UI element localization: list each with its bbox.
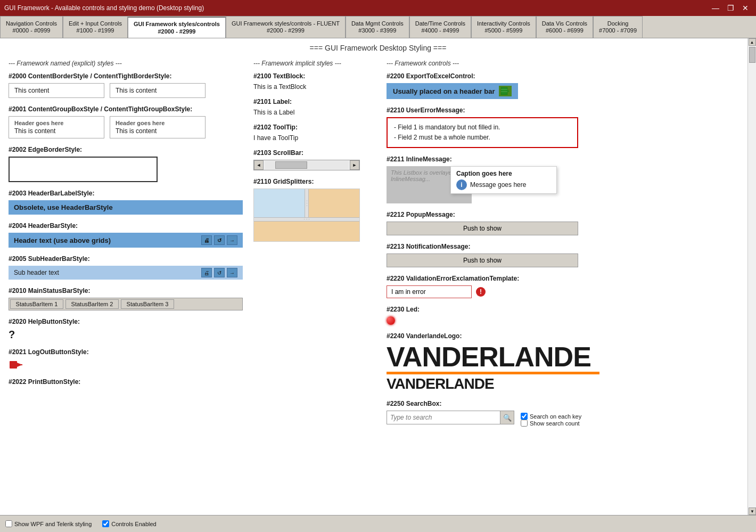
inline-message-container: This Listbox is overlayed by InlineMessa… [387, 166, 599, 203]
error-message-box: - Field 1 is mandatory but not filled in… [387, 117, 578, 148]
tab-gui-styles[interactable]: GUI Framework styles/controls #2000 - #2… [128, 17, 226, 38]
scrollbar-right-btn[interactable]: ► [350, 160, 359, 170]
inline-message-body: i Message goes here [456, 179, 551, 190]
section-2004: #2004 HeaderBarStyle: Header text (use a… [9, 222, 243, 248]
scrollbar-thumb[interactable] [275, 161, 307, 169]
tab-interactivity[interactable]: Interactivity Controls #5000 - #5999 [471, 16, 536, 38]
item-2211-title: #2211 InlineMessage: [387, 155, 747, 163]
tab-gui-fluent[interactable]: GUI Framework styles/controls - FLUENT #… [226, 16, 346, 38]
status-bar-item-1: StatusBarItem 1 [10, 299, 63, 309]
grid-splitters-demo: · · · · · · [253, 189, 360, 242]
tab-navigation-controls[interactable]: Navigation Controls #0000 - #0999 [0, 16, 63, 38]
item-2250-title: #2250 SearchBox: [387, 400, 747, 407]
group-boxes-row-2001: Header goes here This is content Header … [9, 116, 243, 138]
grid-cell-top-right [309, 189, 359, 217]
item-2020-title: #2020 HelpButtonStyle: [9, 318, 243, 325]
title-bar-controls: — ❐ ✕ [709, 3, 752, 13]
item-2010-title: #2010 MainStatusBarStyle: [9, 287, 243, 294]
horizontal-splitter[interactable]: · · · [254, 217, 359, 222]
content-box-2: This is content [110, 83, 206, 98]
section-2102: #2102 ToolTip: I have a ToolTip [253, 124, 376, 142]
sub-arrow-icon[interactable]: → [227, 268, 237, 277]
grid-bottom-row [254, 222, 359, 241]
export-to-excel-button[interactable]: Usually placed on a header bar [387, 83, 518, 99]
show-wpf-checkbox-label[interactable]: Show WPF and Telerik styling [5, 520, 92, 527]
show-search-count-option[interactable]: Show search count [521, 420, 581, 427]
item-2004-title: #2004 HeaderBarStyle: [9, 222, 243, 230]
error-line-2: - Field 2 must be a whole number. [394, 133, 571, 143]
notification-message-button[interactable]: Push to show [387, 253, 578, 267]
section-2021: #2021 LogOutButtonStyle: [9, 348, 243, 371]
sub-refresh-icon[interactable]: ↺ [214, 268, 225, 277]
controls-enabled-checkbox[interactable] [102, 520, 109, 527]
tab-data-mgmt[interactable]: Data Mgmt Controls #3000 - #3999 [346, 16, 409, 38]
tab-docking[interactable]: Docking #7000 - #7099 [593, 16, 643, 38]
search-on-each-key-option[interactable]: Search on each key [521, 413, 581, 420]
section-2100: #2100 TextBlock: This is a TextBlock [253, 72, 376, 91]
arrow-icon[interactable]: → [227, 235, 237, 245]
window-scrollbar[interactable]: ▲ ▼ [747, 38, 756, 515]
minimize-button[interactable]: — [709, 3, 722, 13]
print-icon[interactable]: 🖨 [201, 235, 212, 245]
show-wpf-checkbox[interactable] [5, 520, 12, 527]
controls-enabled-checkbox-label[interactable]: Controls Enabled [102, 520, 156, 527]
led-indicator [387, 316, 395, 325]
svg-rect-0 [10, 361, 17, 369]
tab-datetime[interactable]: Date/Time Controls #4000 - #4999 [409, 16, 471, 38]
refresh-icon[interactable]: ↺ [214, 235, 225, 245]
section-2110: #2110 GridSplitters: · · · · · · [253, 178, 376, 242]
scrollbar-up-btn[interactable]: ▲ [749, 38, 756, 46]
section-2213: #2213 NotificationMessage: Push to show [387, 243, 747, 267]
sub-header-bar-icons: 🖨 ↺ → [201, 268, 237, 277]
search-input[interactable] [387, 413, 500, 422]
popup-message-button[interactable]: Push to show [387, 222, 578, 235]
scrollbar-vertical-thumb[interactable] [749, 47, 755, 63]
show-search-count-checkbox[interactable] [521, 420, 528, 427]
item-2210-title: #2210 UserErrorMessage: [387, 107, 747, 114]
logout-button[interactable] [9, 359, 243, 371]
close-button[interactable]: ✕ [739, 3, 752, 13]
bottom-bar: Show WPF and Telerik styling Controls En… [0, 515, 756, 532]
col-left: --- Framework named (explicit) styles --… [9, 60, 243, 510]
group-box-1-content: This is content [14, 127, 98, 135]
search-box-row: 🔍 Search on each key Show search count [387, 411, 747, 427]
search-options: Search on each key Show search count [521, 413, 581, 427]
excel-arrow-icon [500, 87, 510, 95]
header-bar-label: Obsolete, use HeaderBarStyle [9, 200, 243, 215]
item-2003-title: #2003 HeaderBarLabelStyle: [9, 190, 243, 197]
item-2001-title: #2001 ContentGroupBoxStyle / ContentTigh… [9, 105, 243, 113]
maximize-button[interactable]: ❐ [724, 3, 737, 13]
item-2021-title: #2021 LogOutButtonStyle: [9, 348, 243, 356]
item-2101-title: #2101 Label: [253, 98, 376, 105]
section-2220: #2220 ValidationErrorExclamationTemplate… [387, 275, 747, 298]
section-2103: #2103 ScrollBar: ◄ ► [253, 149, 376, 170]
inline-message-popup: Caption goes here i Message goes here [450, 166, 557, 194]
group-box-2: Header goes here This is content [110, 116, 206, 138]
vanderlande-orange-bar [387, 372, 599, 374]
section-2200: #2200 ExportToExcelControl: Usually plac… [387, 72, 747, 99]
section-2020: #2020 HelpButtonStyle: ? [9, 318, 243, 341]
item-2212-title: #2212 PopupMessage: [387, 211, 747, 218]
textblock-demo: This is a TextBlock [253, 83, 376, 91]
section-2003: #2003 HeaderBarLabelStyle: Obsolete, use… [9, 190, 243, 215]
vanderlande-logo-large: VANDERLANDE [387, 343, 599, 371]
search-on-each-key-checkbox[interactable] [521, 413, 528, 420]
tooltip-demo: I have a ToolTip [253, 134, 376, 142]
svg-marker-6 [507, 89, 510, 93]
validation-error-icon: ! [476, 287, 486, 297]
search-button[interactable]: 🔍 [500, 411, 514, 424]
scrollbar-left-btn[interactable]: ◄ [254, 160, 264, 170]
sub-print-icon[interactable]: 🖨 [201, 268, 212, 277]
section-2005: #2005 SubHeaderBarStyle: Sub header text… [9, 255, 243, 280]
validation-input[interactable] [387, 285, 472, 298]
scrollbar-down-btn[interactable]: ▼ [749, 508, 756, 515]
logout-icon [9, 359, 23, 371]
svg-rect-3 [501, 87, 507, 95]
section-2240: #2240 VanderlandeLogo: VANDERLANDE VANDE… [387, 332, 747, 392]
section-2022: #2022 PrintButtonStyle: [9, 378, 243, 386]
tab-data-vis[interactable]: Data Vis Controls #6000 - #6999 [536, 16, 593, 38]
help-button[interactable]: ? [9, 329, 243, 341]
tab-edit-input-controls[interactable]: Edit + Input Controls #1000 - #1999 [63, 16, 128, 38]
vertical-splitter[interactable]: · · · [305, 189, 309, 217]
section-2210: #2210 UserErrorMessage: - Field 1 is man… [387, 107, 747, 148]
